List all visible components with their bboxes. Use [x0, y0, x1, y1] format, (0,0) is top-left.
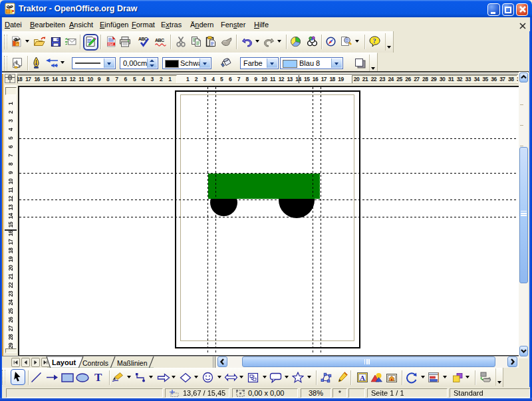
svg-text:?: ?	[373, 37, 376, 45]
svg-text:PDF: PDF	[108, 43, 114, 46]
svg-text:T: T	[94, 372, 102, 382]
svg-text:ABC: ABC	[155, 38, 164, 43]
svg-text:A: A	[360, 374, 365, 382]
